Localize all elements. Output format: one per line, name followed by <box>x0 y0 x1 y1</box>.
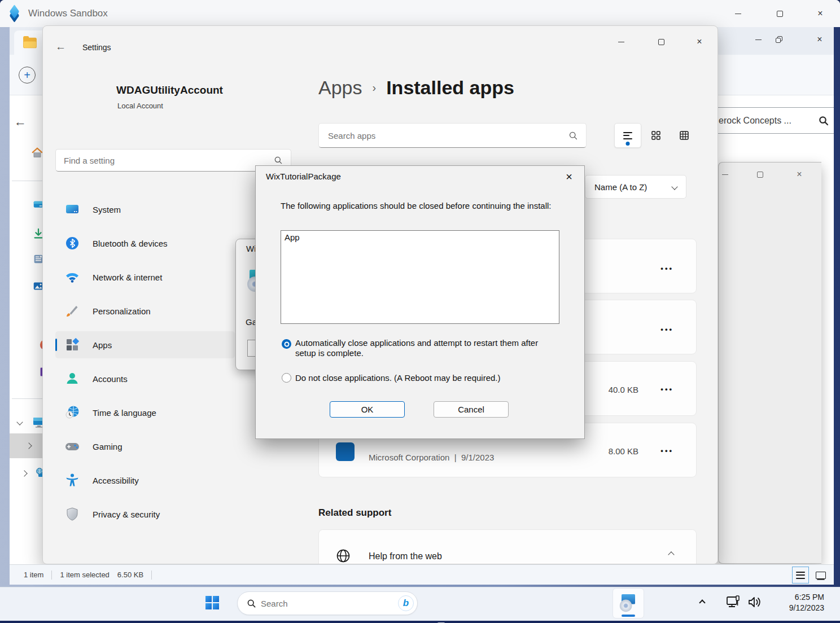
details-view-button[interactable] <box>792 567 809 583</box>
apps-search-box[interactable] <box>318 123 587 148</box>
sidebar-item-time-language[interactable]: Time & language <box>55 399 235 426</box>
grid-view-button[interactable] <box>642 123 670 148</box>
sandbox-maximize-button[interactable] <box>773 7 786 20</box>
sandbox-close-button[interactable]: × <box>814 7 826 20</box>
table-view-button[interactable] <box>671 123 698 148</box>
radio-auto-close-option[interactable]: Automatically close applications and att… <box>282 338 564 358</box>
status-divider <box>51 571 52 580</box>
app-row-1-more-button[interactable]: ••• <box>660 264 673 273</box>
sidebar-item-privacy[interactable]: Privacy & security <box>55 501 235 528</box>
sidebar-item-network[interactable]: Network & internet <box>55 264 235 291</box>
radio-no-close-label: Do not close applications. (A Reboot may… <box>295 373 501 383</box>
explorer-minimize-button[interactable] <box>752 33 764 46</box>
status-selected-size: 6.50 KB <box>117 571 143 579</box>
network-tray-button[interactable] <box>725 594 742 613</box>
app-row-4-publisher-line: Microsoft Corporation | 9/1/2023 <box>369 453 494 462</box>
bg-window-maximize-button[interactable] <box>754 168 766 181</box>
taskbar-search-box[interactable]: b <box>237 591 418 615</box>
shield-icon <box>64 506 80 522</box>
explorer-close-button[interactable]: × <box>813 33 826 46</box>
taskbar-search-input[interactable] <box>261 599 368 608</box>
sidebar-item-accessibility[interactable]: Accessibility <box>55 467 235 494</box>
details-view-icon <box>796 569 805 581</box>
ok-button[interactable]: OK <box>330 401 405 418</box>
find-search-icon <box>274 156 283 165</box>
apps-icon <box>64 337 80 353</box>
settings-back-button[interactable]: ← <box>55 41 66 53</box>
chevron-up-icon <box>699 599 705 606</box>
related-support-card[interactable]: Help from the web <box>318 529 697 564</box>
sandbox-taskbar-button-active[interactable] <box>613 588 644 618</box>
sandbox-installer-icon <box>620 593 637 613</box>
start-button[interactable] <box>201 589 224 616</box>
sort-dropdown[interactable]: Name (A to Z) <box>585 175 686 199</box>
accounts-icon <box>64 371 80 387</box>
search-icon <box>818 115 829 126</box>
apps-search-icon <box>568 131 578 141</box>
tray-time: 6:25 PM <box>768 592 824 603</box>
radio-no-close-option[interactable]: Do not close applications. (A Reboot may… <box>282 373 501 383</box>
speaker-icon <box>746 594 763 611</box>
taskbar <box>0 587 840 621</box>
sidebar-item-label: Accounts <box>93 374 128 384</box>
radio-unselected-icon[interactable] <box>282 373 291 383</box>
tray-chevron-button[interactable] <box>700 597 705 607</box>
task-view-button[interactable] <box>427 616 449 623</box>
brush-icon <box>64 303 80 319</box>
globe-icon <box>336 549 351 563</box>
app-row-4-icon <box>336 442 355 461</box>
wix-tutorial-dialog: WixTutorialPackage × The following appli… <box>255 165 585 439</box>
account-type: Local Account <box>117 102 163 110</box>
collapse-chevron-icon[interactable] <box>668 551 674 558</box>
system-icon <box>64 201 80 217</box>
dialog-list-item-app[interactable]: App <box>285 232 300 242</box>
list-view-button[interactable] <box>614 123 641 148</box>
back-button[interactable]: ← <box>14 115 27 129</box>
taskbar-search-icon <box>247 599 256 608</box>
sandbox-titlebar[interactable]: Windows Sandbox <box>0 0 840 27</box>
sidebar-item-gaming[interactable]: Gaming <box>55 433 235 460</box>
dialog-close-button[interactable]: × <box>562 169 576 184</box>
app-row-4-more-button[interactable]: ••• <box>660 446 673 455</box>
sidebar-item-label: Apps <box>93 340 112 350</box>
ethernet-icon <box>725 594 742 611</box>
help-from-web-label: Help from the web <box>369 551 442 561</box>
sort-label: Name (A to Z) <box>594 182 647 192</box>
sidebar-item-apps[interactable]: Apps <box>55 331 235 358</box>
sidebar-item-this-pc[interactable] <box>18 415 46 429</box>
status-divider-2 <box>151 571 152 580</box>
wifi-icon <box>64 269 80 285</box>
radio-auto-close-label: Automatically close applications and att… <box>295 338 556 358</box>
breadcrumb-separator: › <box>373 81 377 94</box>
radio-selected-icon[interactable] <box>282 339 291 349</box>
apps-search-input[interactable] <box>328 131 554 141</box>
sidebar-item-label: Accessibility <box>93 476 139 485</box>
new-item-button[interactable]: + <box>19 67 36 84</box>
settings-close-button[interactable]: × <box>693 36 706 48</box>
explorer-search-box[interactable] <box>712 107 834 134</box>
find-setting-input[interactable] <box>64 156 267 165</box>
thumbnail-view-button[interactable] <box>812 567 829 583</box>
breadcrumb-apps[interactable]: Apps <box>318 77 362 99</box>
explorer-search-input[interactable] <box>719 116 815 126</box>
explorer-restore-button[interactable] <box>773 33 785 46</box>
app-row-2-more-button[interactable]: ••• <box>660 325 673 334</box>
clock[interactable]: 6:25 PM 9/12/2023 <box>768 592 824 613</box>
dialog-title: WixTutorialPackage <box>266 172 341 181</box>
sidebar-item-personalization[interactable]: Personalization <box>55 297 235 324</box>
sidebar-item-system[interactable]: System <box>55 196 235 223</box>
chevron-right-icon <box>25 442 32 449</box>
settings-maximize-button[interactable] <box>655 36 667 48</box>
home-icon[interactable] <box>31 147 43 159</box>
sidebar-item-accounts[interactable]: Accounts <box>55 365 235 392</box>
sandbox-minimize-button[interactable] <box>732 7 744 20</box>
sort-chevron-icon <box>671 183 677 190</box>
cancel-button[interactable]: Cancel <box>434 401 509 418</box>
app-row-3-more-button[interactable]: ••• <box>660 385 673 393</box>
sidebar-item-bluetooth[interactable]: Bluetooth & devices <box>55 230 235 257</box>
bg-window-minimize-button[interactable] <box>719 168 731 181</box>
volume-tray-button[interactable] <box>746 594 763 613</box>
settings-minimize-button[interactable] <box>615 36 627 48</box>
bg-window-close-button[interactable]: × <box>793 168 806 181</box>
dialog-app-listbox[interactable]: App <box>281 230 559 324</box>
